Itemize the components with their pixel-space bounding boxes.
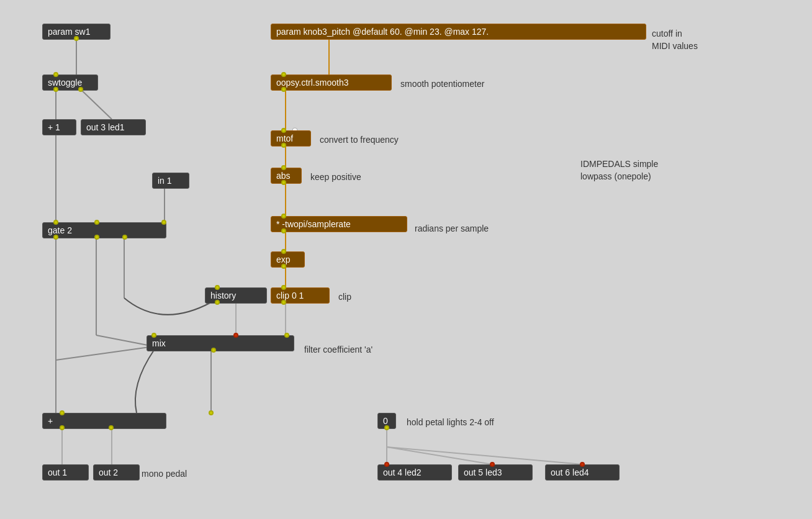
mix-out <box>211 348 216 353</box>
svg-line-6 <box>56 346 154 360</box>
gate2-out3 <box>122 235 127 240</box>
twopi-out <box>281 228 286 233</box>
oopsy-in <box>281 72 286 77</box>
filter-coeff-label: filter coefficient 'a' <box>304 345 372 354</box>
clip-out <box>281 300 286 305</box>
history-out <box>215 300 220 305</box>
gate2-node: gate 2 <box>42 222 166 238</box>
param-sw1-out <box>74 36 79 41</box>
cutoff-label: cutoff inMIDI values <box>652 28 698 52</box>
out4-in <box>384 462 389 467</box>
svg-line-25 <box>96 335 154 346</box>
clip-label: clip <box>338 292 351 302</box>
swtoggle-out2 <box>78 87 83 92</box>
swtoggle-node: swtoggle <box>42 74 98 91</box>
oopsy-out <box>281 87 286 92</box>
out5-in <box>490 462 495 467</box>
svg-line-22 <box>387 447 492 464</box>
zero-out <box>384 425 389 430</box>
hold-petal-label: hold petal lights 2-4 off <box>407 417 494 427</box>
out6-in <box>580 462 585 467</box>
out4led2-node: out 4 led2 <box>377 464 452 481</box>
gate2-out1 <box>53 235 58 240</box>
exp-in <box>281 249 286 254</box>
exp-node: exp <box>271 251 305 268</box>
abs-out <box>281 180 286 185</box>
out5led3-node: out 5 led3 <box>458 464 533 481</box>
gate2-in1 <box>53 220 58 225</box>
svg-line-2 <box>81 89 112 119</box>
abs-in <box>281 165 286 170</box>
radians-label: radians per sample <box>415 223 489 233</box>
mtof-in <box>281 128 286 133</box>
out1-node: out 1 <box>42 464 89 481</box>
convert-freq-label: convert to frequency <box>320 135 399 145</box>
exp-out <box>281 264 286 269</box>
mix-node: mix <box>147 335 294 351</box>
idmpedals-label: IDMPEDALS simplelowpass (onepole) <box>580 158 658 183</box>
plus-in2 <box>209 410 214 415</box>
swtoggle-in <box>53 72 58 77</box>
mono-pedal-label: mono pedal <box>142 469 187 479</box>
gate2-in3 <box>161 220 166 225</box>
mix-in1 <box>151 333 156 338</box>
mtof-out <box>281 143 286 148</box>
plus-out2 <box>109 425 114 430</box>
history-in <box>215 285 220 290</box>
gate2-out2 <box>94 235 99 240</box>
clip-in <box>281 285 286 290</box>
swtoggle-out1 <box>53 87 58 92</box>
out3led1-node: out 3 led1 <box>81 119 146 135</box>
clip01-node: clip 0 1 <box>271 287 330 304</box>
mix-in3 <box>284 333 289 338</box>
history-node: history <box>205 287 267 304</box>
mix-in2 <box>233 333 238 338</box>
out2-node: out 2 <box>93 464 140 481</box>
keep-positive-label: keep positive <box>310 172 361 182</box>
plus-in1 <box>60 410 65 415</box>
plus-out1 <box>60 425 65 430</box>
param-knob3-node: param knob3_pitch @default 60. @min 23. … <box>271 24 646 40</box>
oopsy-ctrl-node: oopsy.ctrl.smooth3 <box>271 74 392 91</box>
twopi-in <box>281 214 286 219</box>
smooth-label: smooth potentiometer <box>400 79 484 89</box>
svg-line-23 <box>387 447 582 464</box>
in1-node: in 1 <box>152 173 189 189</box>
mtof-node: mtof <box>271 130 311 147</box>
twopi-node: * -twopi/samplerate <box>271 216 407 232</box>
gate2-in2 <box>94 220 99 225</box>
abs-node: abs <box>271 168 302 184</box>
plus1-node: + 1 <box>42 119 76 135</box>
